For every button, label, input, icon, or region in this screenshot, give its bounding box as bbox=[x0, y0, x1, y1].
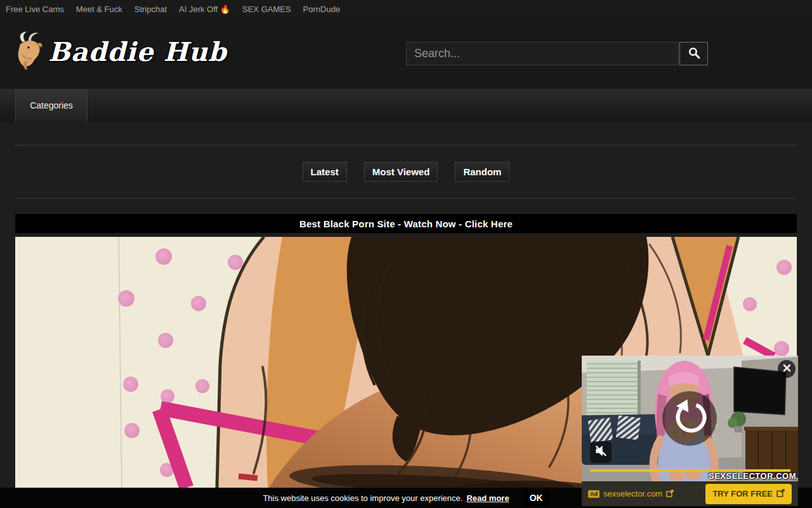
ad-replay-button[interactable] bbox=[662, 391, 717, 446]
ad-watermark: SEXSELECTOR.COM bbox=[709, 471, 796, 481]
external-link-icon bbox=[666, 488, 674, 500]
search-button[interactable] bbox=[679, 42, 708, 65]
search-bar bbox=[406, 42, 708, 65]
divider-top bbox=[15, 145, 797, 145]
divider-bottom bbox=[15, 198, 797, 199]
cookie-ok-button[interactable]: OK bbox=[523, 490, 549, 505]
site-logo[interactable]: Baddie Hub bbox=[11, 30, 227, 74]
filter-row: Latest Most Viewed Random bbox=[0, 162, 812, 182]
ad-advertiser-link[interactable]: Ad sexselector.com bbox=[588, 488, 674, 500]
video-ad-overlay[interactable]: SEXSELECTOR.COM bbox=[582, 356, 798, 481]
filter-random-button[interactable]: Random bbox=[455, 162, 509, 182]
ad-badge: Ad bbox=[588, 490, 599, 498]
topbar-link-ai-jerk-off[interactable]: AI Jerk Off 🔥 bbox=[179, 4, 230, 14]
search-icon bbox=[688, 46, 700, 62]
topbar-link-sex-games[interactable]: SEX GAMES bbox=[242, 4, 291, 14]
muted-speaker-icon bbox=[594, 444, 608, 460]
categories-label: Categories bbox=[30, 100, 73, 110]
ad-mute-button[interactable] bbox=[590, 441, 612, 463]
cookie-read-more-link[interactable]: Read more bbox=[466, 493, 509, 503]
nav-item-categories[interactable]: Categories bbox=[15, 89, 88, 122]
topbar-link-free-live-cams[interactable]: Free Live Cams bbox=[6, 4, 64, 14]
ad-close-button[interactable] bbox=[778, 360, 796, 378]
goat-logo-icon bbox=[11, 30, 44, 74]
brand-title: Baddie Hub bbox=[48, 37, 227, 67]
main-nav: Categories bbox=[0, 89, 812, 122]
close-icon bbox=[783, 363, 791, 375]
external-link-icon bbox=[776, 489, 785, 499]
ad-info-bar: Ad sexselector.com TRY FOR FREE bbox=[582, 481, 798, 506]
filter-most-viewed-button[interactable]: Most Viewed bbox=[364, 162, 438, 182]
banner-text: Best Black Porn Site - Watch Now - Click… bbox=[299, 218, 513, 229]
topbar: Free Live Cams Meet & Fuck Stripchat AI … bbox=[0, 0, 812, 18]
search-input[interactable] bbox=[406, 42, 679, 65]
replay-icon bbox=[672, 399, 707, 438]
cta-label: TRY FOR FREE bbox=[712, 489, 773, 498]
page: Free Live Cams Meet & Fuck Stripchat AI … bbox=[0, 0, 812, 508]
cookie-message: This website uses cookies to improve you… bbox=[263, 493, 462, 503]
topbar-link-porndude[interactable]: PornDude bbox=[303, 4, 341, 14]
ad-link-text: sexselector.com bbox=[603, 489, 662, 498]
topbar-link-meet-and-fuck[interactable]: Meet & Fuck bbox=[76, 4, 122, 14]
try-for-free-button[interactable]: TRY FOR FREE bbox=[705, 484, 792, 504]
text-ad-banner[interactable]: Best Black Porn Site - Watch Now - Click… bbox=[15, 214, 797, 233]
topbar-link-stripchat[interactable]: Stripchat bbox=[134, 4, 167, 14]
header: Baddie Hub bbox=[0, 18, 812, 89]
filter-latest-button[interactable]: Latest bbox=[303, 162, 347, 182]
